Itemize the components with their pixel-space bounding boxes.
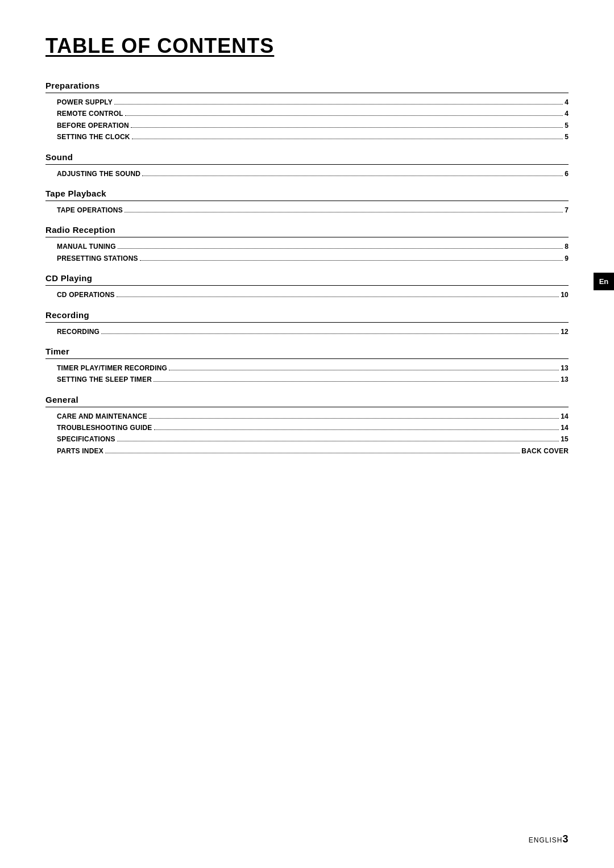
section-heading-tape-playback: Tape Playback (45, 183, 569, 201)
language-tab: En (594, 273, 614, 290)
toc-entry-label: PARTS INDEX (57, 445, 103, 457)
toc-page-number: 14 (561, 411, 569, 422)
toc-entry: SETTING THE CLOCK5 (45, 131, 569, 143)
toc-entry: REMOTE CONTROL4 (45, 108, 569, 119)
toc-entry: CD OPERATIONS10 (45, 289, 569, 301)
section-general: GeneralCARE AND MAINTENANCE14TROUBLESHOO… (45, 389, 569, 461)
toc-page-number: 5 (565, 131, 569, 143)
toc-dots (117, 297, 559, 297)
toc-page-number: 14 (561, 422, 569, 433)
toc-dots (125, 115, 563, 116)
section-sound: SoundADJUSTING THE SOUND6 (45, 147, 569, 183)
toc-dots (125, 212, 563, 212)
toc-dots (154, 429, 559, 430)
toc-dots (101, 333, 559, 334)
toc-entry: PRESETTING STATIONS9 (45, 253, 569, 264)
toc-entry-label: RECORDING (57, 326, 99, 337)
toc-entry: SPECIFICATIONS15 (45, 433, 569, 445)
toc-page-number: 13 (561, 362, 569, 374)
toc-entry: CARE AND MAINTENANCE14 (45, 411, 569, 422)
page-title: TABLE OF CONTENTS (45, 34, 569, 58)
toc-entry: BEFORE OPERATION5 (45, 120, 569, 131)
toc-entry: MANUAL TUNING8 (45, 241, 569, 252)
section-heading-general: General (45, 389, 569, 407)
page-number: 3 (562, 833, 569, 845)
toc-entry: PARTS INDEXBack cover (45, 445, 569, 457)
toc-dots (154, 381, 559, 382)
section-heading-radio-reception: Radio Reception (45, 219, 569, 237)
toc-entry-label: ADJUSTING THE SOUND (57, 168, 140, 180)
toc-entry: RECORDING12 (45, 326, 569, 337)
toc-page-number: 13 (561, 374, 569, 385)
toc-page-number: 4 (565, 108, 569, 119)
toc-entry-label: CARE AND MAINTENANCE (57, 411, 147, 422)
toc-entry: TAPE OPERATIONS7 (45, 205, 569, 216)
toc-dots (132, 139, 563, 139)
section-heading-sound: Sound (45, 147, 569, 165)
toc-entry-label: BEFORE OPERATION (57, 120, 129, 131)
toc-dots (169, 370, 559, 370)
section-heading-cd-playing: CD Playing (45, 268, 569, 286)
language-label: ENGLISH (529, 836, 563, 844)
toc-page-number: 8 (565, 241, 569, 252)
toc-dots (105, 453, 520, 453)
section-heading-recording: Recording (45, 304, 569, 323)
toc-entry: TIMER PLAY/TIMER RECORDING13 (45, 362, 569, 374)
toc-dots (118, 248, 563, 249)
toc-page-number: 10 (561, 289, 569, 301)
section-timer: TimerTIMER PLAY/TIMER RECORDING13SETTING… (45, 341, 569, 389)
section-heading-timer: Timer (45, 341, 569, 359)
toc-entry-label: MANUAL TUNING (57, 241, 116, 252)
toc-dots (131, 127, 563, 128)
toc-page-number: 6 (565, 168, 569, 180)
section-tape-playback: Tape PlaybackTAPE OPERATIONS7 (45, 183, 569, 219)
section-recording: RecordingRECORDING12 (45, 304, 569, 341)
toc-page-number: 5 (565, 120, 569, 131)
toc-dots (140, 260, 563, 261)
toc-entry-label: POWER SUPPLY (57, 97, 113, 108)
toc-page-number: 12 (561, 326, 569, 337)
toc-dots (142, 176, 563, 176)
toc-page-number: Back cover (521, 445, 569, 457)
toc-dots (149, 418, 559, 419)
toc-dots (114, 104, 563, 105)
section-radio-reception: Radio ReceptionMANUAL TUNING8PRESETTING … (45, 219, 569, 268)
toc-entry: ADJUSTING THE SOUND6 (45, 168, 569, 180)
toc-entry-label: TIMER PLAY/TIMER RECORDING (57, 362, 167, 374)
toc-entry-label: TAPE OPERATIONS (57, 205, 123, 216)
toc-page-number: 15 (561, 433, 569, 445)
toc-entry-label: PRESETTING STATIONS (57, 253, 138, 264)
page-footer: ENGLISH3 (529, 833, 569, 845)
toc-page-number: 9 (565, 253, 569, 264)
toc-container: PreparationsPOWER SUPPLY4REMOTE CONTROL4… (45, 75, 569, 460)
toc-dots (117, 441, 559, 441)
toc-entry-label: SETTING THE SLEEP TIMER (57, 374, 152, 385)
toc-page-number: 7 (565, 205, 569, 216)
toc-entry-label: REMOTE CONTROL (57, 108, 123, 119)
toc-entry-label: CD OPERATIONS (57, 289, 115, 301)
section-cd-playing: CD PlayingCD OPERATIONS10 (45, 268, 569, 304)
section-preparations: PreparationsPOWER SUPPLY4REMOTE CONTROL4… (45, 75, 569, 147)
toc-entry: TROUBLESHOOTING GUIDE14 (45, 422, 569, 433)
section-heading-preparations: Preparations (45, 75, 569, 93)
toc-entry-label: SETTING THE CLOCK (57, 131, 130, 143)
toc-entry-label: SPECIFICATIONS (57, 433, 115, 445)
toc-entry: SETTING THE SLEEP TIMER13 (45, 374, 569, 385)
toc-entry: POWER SUPPLY4 (45, 97, 569, 108)
toc-entry-label: TROUBLESHOOTING GUIDE (57, 422, 152, 433)
toc-page-number: 4 (565, 97, 569, 108)
